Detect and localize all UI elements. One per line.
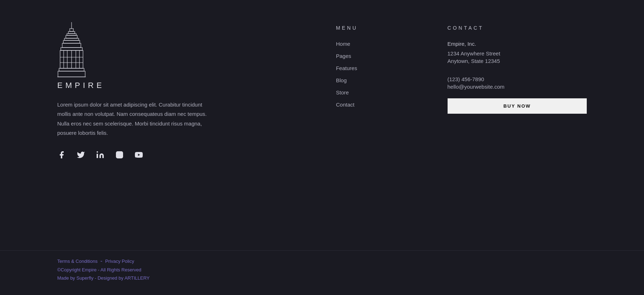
contact-email: hello@yourwebsite.com [448, 84, 587, 90]
footer-credit: Made by Superfly - Designed by ARTILLERY [57, 275, 587, 281]
svg-rect-4 [66, 35, 77, 38]
contact-address-line1: 1234 Anywhere Street [448, 50, 587, 56]
footer-menu-column: MENU Home Pages Features Blog Store Cont… [336, 21, 448, 236]
linkedin-icon[interactable] [96, 151, 104, 159]
menu-item-pages[interactable]: Pages [336, 53, 448, 59]
menu-list: Home Pages Features Blog Store Contact [336, 41, 448, 108]
contact-heading: CONTACT [448, 25, 587, 31]
youtube-icon[interactable] [135, 151, 143, 159]
footer-brand-column: EMPIRE Lorem ipsum dolor sit amet adipis… [57, 21, 243, 236]
contact-info: Empire, Inc. 1234 Anywhere Street Anytow… [448, 41, 587, 64]
menu-item-store[interactable]: Store [336, 89, 448, 96]
terms-link[interactable]: Terms & Conditions [57, 259, 98, 264]
footer-legal-row: Terms & Conditions - Privacy Policy [57, 258, 587, 264]
menu-link-home[interactable]: Home [336, 41, 350, 47]
footer-contact-column: CONTACT Empire, Inc. 1234 Anywhere Stree… [448, 21, 587, 236]
social-icons-container [57, 151, 243, 159]
svg-rect-2 [68, 31, 75, 34]
svg-rect-6 [63, 40, 80, 43]
contact-phone: (123) 456-7890 [448, 76, 587, 82]
footer-copyright: ©Copyright Empire - All Rights Reserved [57, 267, 587, 272]
menu-item-contact[interactable]: Contact [336, 102, 448, 108]
svg-rect-3 [67, 34, 76, 35]
menu-item-home[interactable]: Home [336, 41, 448, 47]
menu-link-store[interactable]: Store [336, 89, 349, 95]
logo-container: EMPIRE [57, 21, 243, 90]
menu-link-blog[interactable]: Blog [336, 77, 347, 83]
menu-link-features[interactable]: Features [336, 65, 357, 71]
svg-rect-18 [58, 71, 85, 77]
svg-rect-5 [64, 38, 79, 40]
svg-rect-8 [61, 48, 82, 50]
menu-item-features[interactable]: Features [336, 65, 448, 72]
contact-company: Empire, Inc. [448, 41, 587, 47]
brand-name: EMPIRE [57, 81, 104, 90]
footer-spacer [243, 21, 336, 236]
twitter-icon[interactable] [77, 151, 85, 159]
brand-description: Lorem ipsum dolor sit amet adipiscing el… [57, 100, 215, 138]
menu-link-pages[interactable]: Pages [336, 53, 351, 59]
footer-bottom: Terms & Conditions - Privacy Policy ©Cop… [0, 250, 644, 295]
menu-link-contact[interactable]: Contact [336, 102, 355, 108]
menu-heading: MENU [336, 25, 448, 31]
empire-state-building-logo [57, 21, 86, 79]
svg-rect-20 [97, 154, 98, 158]
instagram-icon[interactable] [115, 151, 124, 159]
facebook-icon[interactable] [57, 151, 66, 159]
footer-divider: - [101, 258, 104, 264]
contact-address-line2: Anytown, State 12345 [448, 58, 587, 64]
privacy-link[interactable]: Privacy Policy [105, 259, 134, 264]
buy-now-button[interactable]: BUY NOW [448, 98, 587, 114]
svg-rect-17 [59, 68, 84, 71]
menu-item-blog[interactable]: Blog [336, 77, 448, 84]
svg-rect-7 [62, 43, 81, 48]
svg-point-21 [97, 151, 98, 153]
svg-rect-1 [70, 29, 73, 31]
footer-main: EMPIRE Lorem ipsum dolor sit amet adipis… [0, 0, 644, 250]
